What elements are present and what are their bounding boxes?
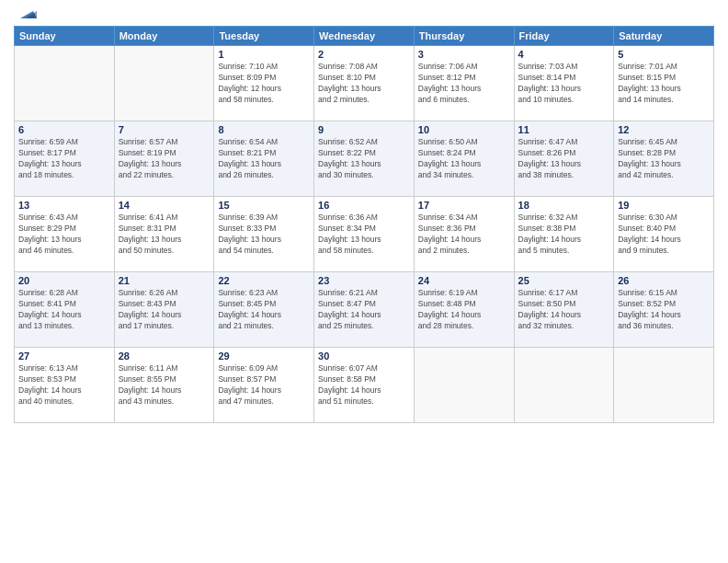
day-number: 4 bbox=[518, 49, 610, 60]
day-info: Sunrise: 6:54 AM Sunset: 8:21 PM Dayligh… bbox=[218, 137, 310, 181]
calendar-cell bbox=[614, 348, 714, 423]
calendar-cell: 3Sunrise: 7:06 AM Sunset: 8:12 PM Daylig… bbox=[414, 46, 514, 121]
calendar-cell: 4Sunrise: 7:03 AM Sunset: 8:14 PM Daylig… bbox=[514, 46, 614, 121]
calendar-cell: 16Sunrise: 6:36 AM Sunset: 8:34 PM Dayli… bbox=[314, 197, 415, 272]
calendar-week-row: 6Sunrise: 6:59 AM Sunset: 8:17 PM Daylig… bbox=[15, 121, 714, 197]
day-number: 16 bbox=[318, 200, 410, 211]
calendar-cell: 9Sunrise: 6:52 AM Sunset: 8:22 PM Daylig… bbox=[314, 121, 415, 197]
calendar-cell: 28Sunrise: 6:11 AM Sunset: 8:55 PM Dayli… bbox=[114, 348, 214, 423]
day-info: Sunrise: 6:39 AM Sunset: 8:33 PM Dayligh… bbox=[218, 213, 310, 257]
day-info: Sunrise: 7:06 AM Sunset: 8:12 PM Dayligh… bbox=[418, 62, 510, 106]
logo-icon bbox=[17, 2, 37, 22]
day-info: Sunrise: 6:15 AM Sunset: 8:52 PM Dayligh… bbox=[618, 288, 710, 332]
day-info: Sunrise: 6:13 AM Sunset: 8:53 PM Dayligh… bbox=[18, 363, 110, 408]
calendar-cell bbox=[414, 348, 514, 423]
calendar-cell: 22Sunrise: 6:23 AM Sunset: 8:45 PM Dayli… bbox=[214, 272, 314, 348]
calendar-cell: 18Sunrise: 6:32 AM Sunset: 8:38 PM Dayli… bbox=[514, 197, 614, 272]
day-info: Sunrise: 6:36 AM Sunset: 8:34 PM Dayligh… bbox=[318, 213, 410, 257]
logo bbox=[14, 9, 37, 18]
day-number: 8 bbox=[218, 124, 310, 135]
header bbox=[14, 9, 714, 18]
day-number: 13 bbox=[18, 200, 110, 211]
day-number: 29 bbox=[218, 350, 310, 362]
day-info: Sunrise: 6:47 AM Sunset: 8:26 PM Dayligh… bbox=[518, 137, 610, 181]
day-info: Sunrise: 6:07 AM Sunset: 8:58 PM Dayligh… bbox=[318, 363, 410, 408]
day-info: Sunrise: 6:28 AM Sunset: 8:41 PM Dayligh… bbox=[18, 288, 110, 332]
day-number: 1 bbox=[218, 49, 310, 60]
day-info: Sunrise: 6:41 AM Sunset: 8:31 PM Dayligh… bbox=[119, 213, 210, 257]
calendar-cell: 23Sunrise: 6:21 AM Sunset: 8:47 PM Dayli… bbox=[314, 272, 415, 348]
day-number: 23 bbox=[318, 275, 410, 286]
calendar-cell: 26Sunrise: 6:15 AM Sunset: 8:52 PM Dayli… bbox=[614, 272, 714, 348]
day-number: 7 bbox=[119, 124, 210, 135]
day-info: Sunrise: 6:21 AM Sunset: 8:47 PM Dayligh… bbox=[318, 288, 410, 332]
day-info: Sunrise: 6:23 AM Sunset: 8:45 PM Dayligh… bbox=[218, 288, 310, 332]
day-info: Sunrise: 6:45 AM Sunset: 8:28 PM Dayligh… bbox=[618, 137, 710, 181]
day-number: 30 bbox=[318, 350, 410, 362]
calendar-cell bbox=[514, 348, 614, 423]
calendar-header-wednesday: Wednesday bbox=[314, 27, 415, 46]
calendar-cell: 29Sunrise: 6:09 AM Sunset: 8:57 PM Dayli… bbox=[214, 348, 314, 423]
day-number: 28 bbox=[119, 350, 210, 362]
calendar-cell: 14Sunrise: 6:41 AM Sunset: 8:31 PM Dayli… bbox=[114, 197, 214, 272]
calendar-cell: 10Sunrise: 6:50 AM Sunset: 8:24 PM Dayli… bbox=[414, 121, 514, 197]
calendar-cell bbox=[15, 46, 115, 121]
day-info: Sunrise: 6:11 AM Sunset: 8:55 PM Dayligh… bbox=[119, 363, 210, 408]
calendar-cell: 11Sunrise: 6:47 AM Sunset: 8:26 PM Dayli… bbox=[514, 121, 614, 197]
day-number: 24 bbox=[418, 275, 510, 286]
calendar-cell: 8Sunrise: 6:54 AM Sunset: 8:21 PM Daylig… bbox=[214, 121, 314, 197]
calendar-header-row: SundayMondayTuesdayWednesdayThursdayFrid… bbox=[15, 27, 714, 46]
day-number: 2 bbox=[318, 49, 410, 60]
calendar-cell: 25Sunrise: 6:17 AM Sunset: 8:50 PM Dayli… bbox=[514, 272, 614, 348]
calendar-cell bbox=[114, 46, 214, 121]
day-number: 19 bbox=[618, 200, 710, 211]
calendar-cell: 13Sunrise: 6:43 AM Sunset: 8:29 PM Dayli… bbox=[15, 197, 115, 272]
calendar-header-saturday: Saturday bbox=[614, 27, 714, 46]
page: SundayMondayTuesdayWednesdayThursdayFrid… bbox=[0, 0, 728, 563]
calendar-week-row: 13Sunrise: 6:43 AM Sunset: 8:29 PM Dayli… bbox=[15, 197, 714, 272]
day-number: 6 bbox=[18, 124, 110, 135]
day-number: 9 bbox=[318, 124, 410, 135]
day-number: 21 bbox=[119, 275, 210, 286]
day-info: Sunrise: 7:10 AM Sunset: 8:09 PM Dayligh… bbox=[218, 62, 310, 106]
calendar-cell: 12Sunrise: 6:45 AM Sunset: 8:28 PM Dayli… bbox=[614, 121, 714, 197]
calendar-cell: 24Sunrise: 6:19 AM Sunset: 8:48 PM Dayli… bbox=[414, 272, 514, 348]
calendar-week-row: 1Sunrise: 7:10 AM Sunset: 8:09 PM Daylig… bbox=[15, 46, 714, 121]
day-number: 10 bbox=[418, 124, 510, 135]
day-info: Sunrise: 6:09 AM Sunset: 8:57 PM Dayligh… bbox=[218, 363, 310, 408]
day-info: Sunrise: 6:34 AM Sunset: 8:36 PM Dayligh… bbox=[418, 213, 510, 257]
day-info: Sunrise: 6:43 AM Sunset: 8:29 PM Dayligh… bbox=[18, 213, 110, 257]
calendar-header-monday: Monday bbox=[114, 27, 214, 46]
day-number: 26 bbox=[618, 275, 710, 286]
day-info: Sunrise: 6:32 AM Sunset: 8:38 PM Dayligh… bbox=[518, 213, 610, 257]
calendar-cell: 20Sunrise: 6:28 AM Sunset: 8:41 PM Dayli… bbox=[15, 272, 115, 348]
day-info: Sunrise: 7:01 AM Sunset: 8:15 PM Dayligh… bbox=[618, 62, 710, 106]
calendar-header-thursday: Thursday bbox=[414, 27, 514, 46]
day-info: Sunrise: 6:57 AM Sunset: 8:19 PM Dayligh… bbox=[119, 137, 210, 181]
calendar-cell: 2Sunrise: 7:08 AM Sunset: 8:10 PM Daylig… bbox=[314, 46, 415, 121]
calendar-week-row: 20Sunrise: 6:28 AM Sunset: 8:41 PM Dayli… bbox=[15, 272, 714, 348]
day-number: 22 bbox=[218, 275, 310, 286]
day-number: 17 bbox=[418, 200, 510, 211]
calendar-cell: 30Sunrise: 6:07 AM Sunset: 8:58 PM Dayli… bbox=[314, 348, 415, 423]
day-number: 27 bbox=[18, 350, 110, 362]
calendar-cell: 5Sunrise: 7:01 AM Sunset: 8:15 PM Daylig… bbox=[614, 46, 714, 121]
day-info: Sunrise: 6:50 AM Sunset: 8:24 PM Dayligh… bbox=[418, 137, 510, 181]
calendar-cell: 17Sunrise: 6:34 AM Sunset: 8:36 PM Dayli… bbox=[414, 197, 514, 272]
calendar-header-friday: Friday bbox=[514, 27, 614, 46]
day-number: 25 bbox=[518, 275, 610, 286]
calendar-week-row: 27Sunrise: 6:13 AM Sunset: 8:53 PM Dayli… bbox=[15, 348, 714, 423]
day-number: 3 bbox=[418, 49, 510, 60]
day-info: Sunrise: 6:59 AM Sunset: 8:17 PM Dayligh… bbox=[18, 137, 110, 181]
day-number: 14 bbox=[119, 200, 210, 211]
day-number: 12 bbox=[618, 124, 710, 135]
day-info: Sunrise: 6:17 AM Sunset: 8:50 PM Dayligh… bbox=[518, 288, 610, 332]
day-info: Sunrise: 6:26 AM Sunset: 8:43 PM Dayligh… bbox=[119, 288, 210, 332]
calendar-cell: 7Sunrise: 6:57 AM Sunset: 8:19 PM Daylig… bbox=[114, 121, 214, 197]
calendar-cell: 15Sunrise: 6:39 AM Sunset: 8:33 PM Dayli… bbox=[214, 197, 314, 272]
calendar-cell: 1Sunrise: 7:10 AM Sunset: 8:09 PM Daylig… bbox=[214, 46, 314, 121]
day-number: 20 bbox=[18, 275, 110, 286]
calendar-table: SundayMondayTuesdayWednesdayThursdayFrid… bbox=[14, 26, 714, 423]
calendar-cell: 6Sunrise: 6:59 AM Sunset: 8:17 PM Daylig… bbox=[15, 121, 115, 197]
calendar-cell: 19Sunrise: 6:30 AM Sunset: 8:40 PM Dayli… bbox=[614, 197, 714, 272]
